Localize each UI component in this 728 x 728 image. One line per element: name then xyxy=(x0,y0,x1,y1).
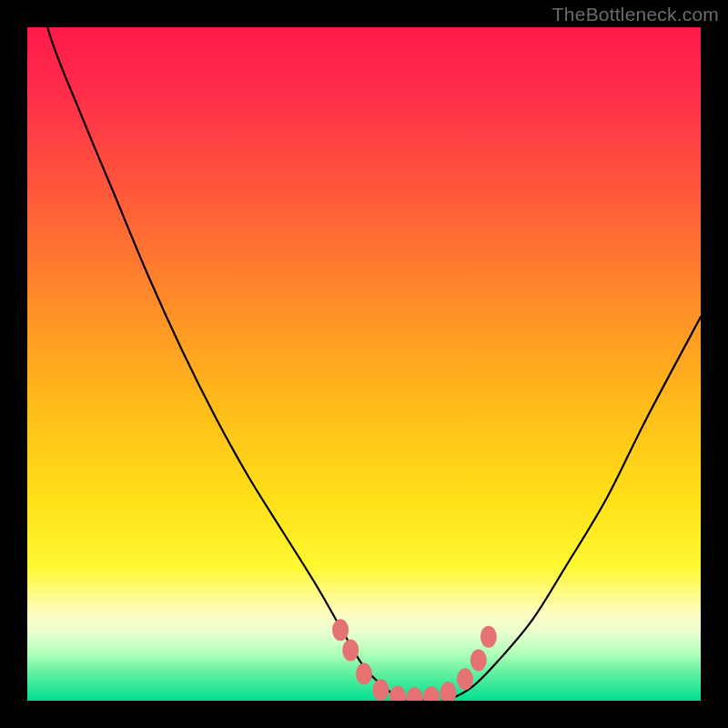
marker-dot xyxy=(356,662,372,684)
marker-dot xyxy=(457,668,473,690)
watermark-text: TheBottleneck.com xyxy=(552,4,719,25)
marker-dot xyxy=(423,686,440,701)
marker-dot xyxy=(389,686,406,701)
marker-dot xyxy=(470,650,487,672)
plot-area xyxy=(27,27,701,701)
marker-dot xyxy=(332,619,349,641)
marker-dot xyxy=(342,640,359,662)
marker-dot xyxy=(407,687,423,701)
marker-dot xyxy=(373,679,389,701)
optimal-markers xyxy=(332,619,497,701)
marker-dot xyxy=(480,626,497,648)
marker-dot xyxy=(440,682,457,701)
bottleneck-curve xyxy=(27,27,701,701)
chart-svg xyxy=(27,27,701,701)
outer-frame: TheBottleneck.com xyxy=(0,0,728,728)
